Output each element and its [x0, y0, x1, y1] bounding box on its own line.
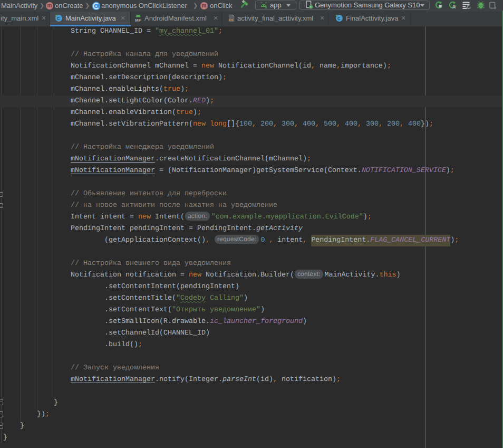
svg-text:C: C: [57, 16, 60, 22]
svg-text:A: A: [452, 4, 456, 9]
svg-text:C: C: [337, 16, 341, 22]
svg-text:MF: MF: [135, 18, 141, 22]
svg-text:cx: cx: [229, 17, 234, 22]
